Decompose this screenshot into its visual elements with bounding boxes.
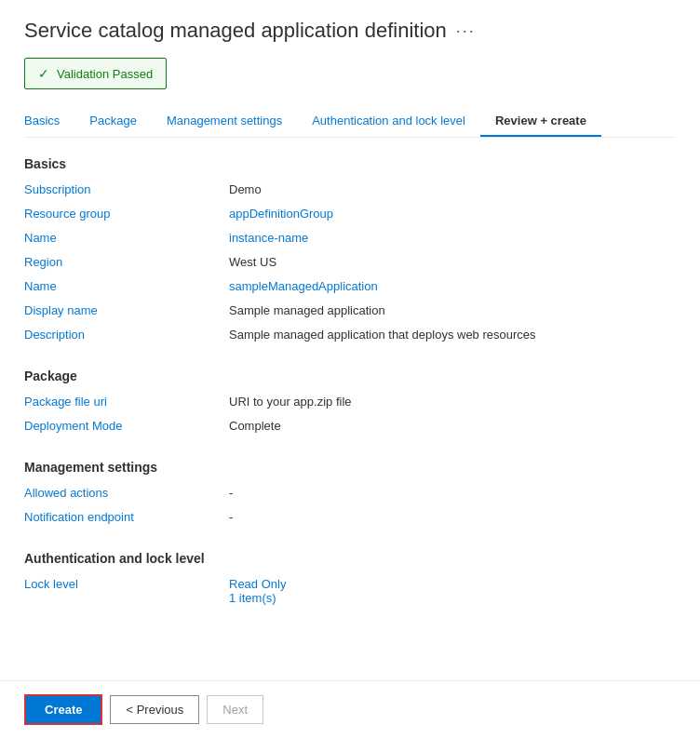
field-label-notification-endpoint: Notification endpoint [24, 510, 229, 529]
field-label-name-1: Name [24, 231, 229, 249]
footer-bar: Create < Previous Next [0, 680, 700, 738]
field-label-lock-level: Lock level [24, 577, 229, 605]
field-package-uri: Package file uri URI to your app.zip fil… [24, 395, 676, 413]
field-label-region: Region [24, 255, 229, 274]
field-value-name-2[interactable]: sampleManagedApplication [229, 279, 378, 298]
field-lock-level: Lock level Read Only 1 item(s) [24, 577, 676, 605]
validation-banner: ✓ Validation Passed [24, 58, 167, 89]
section-package-title: Package [24, 369, 676, 383]
field-value-resource-group[interactable]: appDefinitionGroup [229, 207, 333, 225]
field-value-package-uri: URI to your app.zip file [229, 395, 352, 413]
tabs-bar: Basics Package Management settings Authe… [24, 106, 676, 138]
tab-auth[interactable]: Authentication and lock level [297, 106, 480, 137]
field-value-lock-level: Read Only [229, 577, 286, 591]
section-package: Package Package file uri URI to your app… [24, 369, 676, 437]
field-name-2: Name sampleManagedApplication [24, 279, 676, 298]
field-region: Region West US [24, 255, 676, 274]
section-auth: Authentication and lock level Lock level… [24, 551, 676, 605]
field-value-display-name: Sample managed application [229, 303, 385, 322]
field-resource-group: Resource group appDefinitionGroup [24, 207, 676, 225]
field-value-deployment-mode: Complete [229, 419, 281, 437]
field-display-name: Display name Sample managed application [24, 303, 676, 322]
field-value-name-1[interactable]: instance-name [229, 231, 308, 249]
field-label-description: Description [24, 328, 229, 346]
field-notification-endpoint: Notification endpoint - [24, 510, 676, 529]
field-label-resource-group: Resource group [24, 207, 229, 225]
field-name-1: Name instance-name [24, 231, 676, 249]
field-value-lock-level-count: 1 item(s) [229, 591, 286, 605]
section-auth-title: Authentication and lock level [24, 551, 676, 566]
tab-management[interactable]: Management settings [152, 106, 297, 137]
section-management-title: Management settings [24, 460, 676, 475]
field-label-subscription: Subscription [24, 182, 229, 201]
previous-button[interactable]: < Previous [110, 695, 199, 724]
tab-review[interactable]: Review + create [480, 106, 601, 137]
field-value-description: Sample managed application that deploys … [229, 328, 536, 346]
section-basics-title: Basics [24, 156, 676, 171]
field-value-subscription: Demo [229, 182, 262, 201]
tab-basics[interactable]: Basics [24, 106, 74, 137]
ellipsis-menu[interactable]: ··· [456, 21, 476, 41]
page-title: Service catalog managed application defi… [24, 19, 676, 43]
field-value-allowed-actions: - [229, 486, 233, 504]
section-management: Management settings Allowed actions - No… [24, 460, 676, 529]
section-basics: Basics Subscription Demo Resource group … [24, 156, 676, 346]
validation-check-icon: ✓ [38, 66, 49, 81]
field-label-allowed-actions: Allowed actions [24, 486, 229, 504]
validation-text: Validation Passed [57, 67, 153, 81]
next-button: Next [207, 695, 263, 724]
field-label-package-uri: Package file uri [24, 395, 229, 413]
tab-package[interactable]: Package [74, 106, 152, 137]
field-label-name-2: Name [24, 279, 229, 298]
field-deployment-mode: Deployment Mode Complete [24, 419, 676, 437]
field-value-region: West US [229, 255, 276, 274]
field-subscription: Subscription Demo [24, 182, 676, 201]
create-button[interactable]: Create [24, 694, 102, 725]
field-allowed-actions: Allowed actions - [24, 486, 676, 504]
field-label-deployment-mode: Deployment Mode [24, 419, 229, 437]
field-label-display-name: Display name [24, 303, 229, 322]
field-description: Description Sample managed application t… [24, 328, 676, 346]
page-title-text: Service catalog managed application defi… [24, 19, 447, 43]
field-value-notification-endpoint: - [229, 510, 233, 529]
field-value-lock-level-container: Read Only 1 item(s) [229, 577, 286, 605]
